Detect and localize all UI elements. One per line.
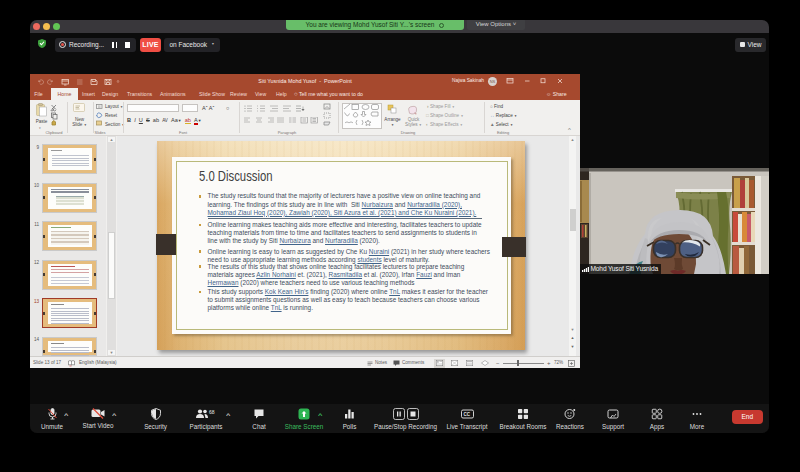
svg-text:CC: CC [463, 412, 470, 417]
svg-text:68: 68 [209, 409, 215, 415]
